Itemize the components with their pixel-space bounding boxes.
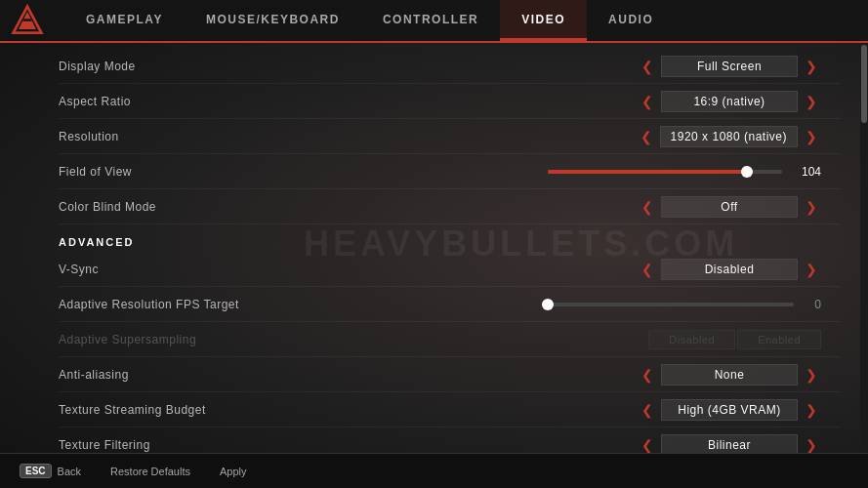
label-resolution: Resolution	[59, 130, 312, 143]
footer-restore[interactable]: Restore Defaults	[110, 466, 190, 477]
vsync-value: Disabled	[661, 259, 798, 280]
header: GAMEPLAY MOUSE/KEYBOARD CONTROLLER VIDEO…	[0, 0, 868, 43]
setting-row-fps-target: Adaptive Resolution FPS Target 0	[59, 287, 841, 322]
display-mode-left[interactable]: ❮	[638, 55, 657, 78]
arrow-selector-anti-aliasing: ❮ None ❯	[638, 363, 821, 386]
label-colorblind: Color Blind Mode	[59, 200, 312, 214]
tab-gameplay[interactable]: GAMEPLAY	[64, 0, 185, 41]
footer-back[interactable]: ESC Back	[20, 464, 81, 478]
anti-aliasing-right[interactable]: ❯	[802, 363, 821, 386]
restore-label: Restore Defaults	[110, 466, 190, 477]
display-mode-right[interactable]: ❯	[802, 55, 821, 78]
control-adaptive-ss: Disabled Enabled	[312, 330, 841, 349]
control-aspect-ratio: ❮ 16:9 (native) ❯	[312, 90, 841, 113]
scrollbar-thumb[interactable]	[861, 45, 867, 123]
footer-apply[interactable]: Apply	[220, 466, 247, 477]
setting-row-aspect-ratio: Aspect Ratio ❮ 16:9 (native) ❯	[59, 84, 841, 119]
setting-row-colorblind: Color Blind Mode ❮ Off ❯	[59, 189, 841, 224]
setting-row-fov: Field of View 104	[59, 154, 841, 189]
resolution-left[interactable]: ❮	[637, 125, 656, 148]
control-anti-aliasing: ❮ None ❯	[312, 363, 841, 386]
aspect-ratio-value: 16:9 (native)	[661, 91, 798, 112]
vsync-left[interactable]: ❮	[638, 258, 657, 281]
apex-logo	[10, 3, 45, 38]
arrow-selector-aspect-ratio: ❮ 16:9 (native) ❯	[638, 90, 821, 113]
setting-row-texture-filter: Texture Filtering ❮ Bilinear ❯	[59, 427, 841, 453]
apply-label: Apply	[220, 466, 247, 477]
label-vsync: V-Sync	[59, 263, 312, 276]
scrollbar[interactable]	[860, 43, 868, 453]
setting-row-texture-budget: Texture Streaming Budget ❮ High (4GB VRA…	[59, 392, 841, 427]
fov-value: 104	[792, 165, 821, 179]
anti-aliasing-left[interactable]: ❮	[638, 363, 657, 386]
colorblind-right[interactable]: ❯	[802, 195, 821, 219]
nav-tabs: GAMEPLAY MOUSE/KEYBOARD CONTROLLER VIDEO…	[64, 0, 675, 41]
app-container: GAMEPLAY MOUSE/KEYBOARD CONTROLLER VIDEO…	[0, 0, 868, 488]
fps-value: 0	[802, 298, 821, 311]
arrow-selector-colorblind: ❮ Off ❯	[638, 195, 821, 219]
aspect-ratio-left[interactable]: ❮	[638, 90, 657, 113]
label-fov: Field of View	[59, 165, 312, 179]
texture-budget-value: High (4GB VRAM)	[661, 399, 798, 421]
control-vsync: ❮ Disabled ❯	[312, 258, 841, 281]
resolution-value: 1920 x 1080 (native)	[660, 126, 798, 147]
toggle-adaptive-ss: Disabled Enabled	[648, 330, 821, 349]
vsync-right[interactable]: ❯	[802, 258, 821, 281]
fps-track[interactable]	[548, 303, 794, 306]
back-label: Back	[58, 466, 81, 477]
anti-aliasing-value: None	[661, 364, 798, 386]
setting-row-adaptive-ss: Adaptive Supersampling Disabled Enabled	[59, 322, 841, 357]
display-mode-value: Full Screen	[661, 56, 798, 77]
label-display-mode: Display Mode	[59, 60, 312, 73]
slider-fov: 104	[548, 165, 821, 179]
tab-controller[interactable]: CONTROLLER	[361, 0, 500, 41]
label-texture-filter: Texture Filtering	[59, 438, 312, 452]
tab-audio[interactable]: AUDIO	[587, 0, 675, 41]
texture-budget-left[interactable]: ❮	[638, 398, 657, 422]
label-adaptive-ss: Adaptive Supersampling	[59, 333, 312, 346]
label-fps-target: Adaptive Resolution FPS Target	[59, 298, 312, 311]
footer: ESC Back Restore Defaults Apply	[0, 453, 868, 488]
arrow-selector-texture-budget: ❮ High (4GB VRAM) ❯	[638, 398, 821, 422]
label-anti-aliasing: Anti-aliasing	[59, 368, 312, 382]
texture-filter-right[interactable]: ❯	[802, 433, 821, 454]
control-display-mode: ❮ Full Screen ❯	[312, 55, 841, 78]
colorblind-value: Off	[661, 196, 798, 218]
setting-row-vsync: V-Sync ❮ Disabled ❯	[59, 252, 841, 287]
settings-panel: Display Mode ❮ Full Screen ❯ Aspect Rati…	[0, 43, 860, 453]
arrow-selector-vsync: ❮ Disabled ❯	[638, 258, 821, 281]
resolution-right[interactable]: ❯	[802, 125, 821, 148]
texture-filter-left[interactable]: ❮	[638, 433, 657, 454]
tab-video[interactable]: VIDEO	[500, 0, 587, 41]
setting-row-resolution: Resolution ❮ 1920 x 1080 (native) ❯	[59, 119, 841, 154]
control-resolution: ❮ 1920 x 1080 (native) ❯	[312, 125, 841, 148]
colorblind-left[interactable]: ❮	[638, 195, 657, 219]
fov-track[interactable]	[548, 170, 782, 174]
label-texture-budget: Texture Streaming Budget	[59, 403, 312, 417]
texture-budget-right[interactable]: ❯	[802, 398, 821, 422]
arrow-selector-display-mode: ❮ Full Screen ❯	[638, 55, 821, 78]
adaptive-ss-enabled: Enabled	[737, 330, 821, 349]
control-colorblind: ❮ Off ❯	[312, 195, 841, 219]
adaptive-ss-disabled: Disabled	[648, 330, 735, 349]
arrow-selector-texture-filter: ❮ Bilinear ❯	[638, 433, 821, 454]
control-texture-filter: ❮ Bilinear ❯	[312, 433, 841, 454]
aspect-ratio-right[interactable]: ❯	[802, 90, 821, 113]
control-texture-budget: ❮ High (4GB VRAM) ❯	[312, 398, 841, 422]
setting-row-display-mode: Display Mode ❮ Full Screen ❯	[59, 49, 841, 84]
esc-key: ESC	[20, 464, 52, 478]
main-content: Display Mode ❮ Full Screen ❯ Aspect Rati…	[0, 43, 868, 453]
tab-mouse[interactable]: MOUSE/KEYBOARD	[185, 0, 361, 41]
advanced-section-header: ADVANCED	[59, 224, 841, 252]
settings-scroll[interactable]: Display Mode ❮ Full Screen ❯ Aspect Rati…	[0, 43, 860, 453]
fps-slider-container: 0	[548, 298, 821, 311]
svg-rect-2	[23, 19, 32, 21]
texture-filter-value: Bilinear	[661, 434, 798, 454]
control-fps-target: 0	[312, 298, 841, 311]
arrow-selector-resolution: ❮ 1920 x 1080 (native) ❯	[637, 125, 821, 148]
label-aspect-ratio: Aspect Ratio	[59, 95, 312, 108]
setting-row-anti-aliasing: Anti-aliasing ❮ None ❯	[59, 357, 841, 392]
control-fov: 104	[312, 165, 841, 179]
